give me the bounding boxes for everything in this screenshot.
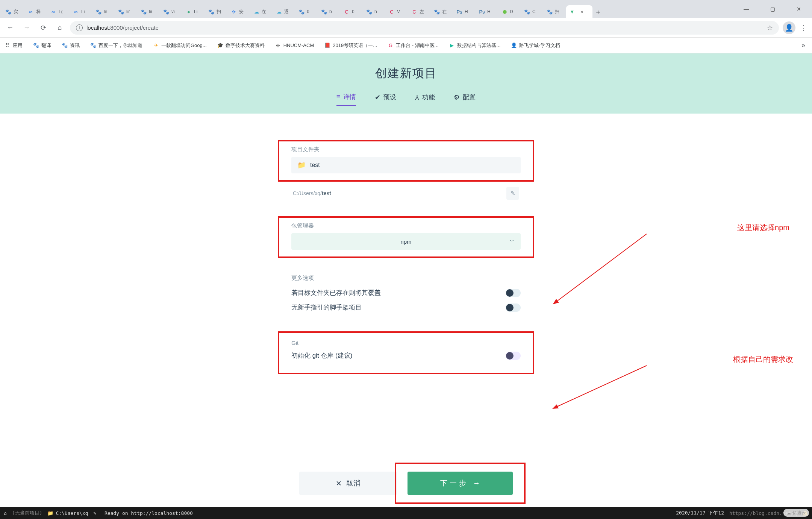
tab-favicon-icon: 🐾 — [163, 9, 169, 15]
browser-tab[interactable]: PsH — [453, 5, 476, 18]
page-content: 创建新项目 ≡详情✔预设⅄功能⚙配置 项目文件夹 📁 test C:/Users… — [0, 53, 812, 507]
browser-tab[interactable]: 🐾扫 — [544, 5, 566, 18]
tab-favicon-icon: ● — [186, 9, 192, 15]
browser-tab[interactable]: ⬢D — [498, 5, 521, 18]
bookmark-favicon-icon: 🐾 — [90, 42, 96, 49]
nav-forward-button[interactable]: → — [20, 21, 33, 34]
profile-avatar[interactable]: 👤 — [783, 21, 795, 34]
window-close-button[interactable]: ✕ — [786, 0, 812, 18]
status-cwd[interactable]: 📁 C:\Users\xq — [47, 510, 88, 516]
folder-input[interactable]: 📁 test — [291, 157, 521, 173]
browser-tab[interactable]: PsH — [476, 5, 498, 18]
bookmark-star-icon[interactable]: ☆ — [767, 24, 773, 32]
status-time: 2020/11/17 下午12 — [676, 510, 724, 516]
browser-tab[interactable]: ∞L( — [47, 5, 70, 18]
tab-title: vi — [171, 9, 175, 14]
browser-tab[interactable]: 🐾h — [363, 5, 386, 18]
pencil-icon: ✎ — [511, 190, 515, 197]
cancel-button[interactable]: ✕ 取消 — [299, 472, 397, 495]
bookmark-item[interactable]: ⠿应用 — [5, 42, 23, 49]
browser-tab[interactable]: ▼× — [566, 5, 592, 18]
browser-tab[interactable]: CV — [386, 5, 408, 18]
tab-title: H — [487, 9, 491, 14]
nav-home-button[interactable]: ⌂ — [53, 21, 66, 34]
bookmark-item[interactable]: G工作台 - 湖南中医... — [388, 42, 438, 49]
folder-icon: 📁 — [297, 161, 306, 169]
browser-tab[interactable]: 🐾b — [295, 5, 318, 18]
bookmark-favicon-icon: ⊕ — [275, 42, 281, 49]
browser-tab[interactable]: C左 — [408, 5, 431, 18]
browser-tab[interactable]: Cb — [341, 5, 363, 18]
tab-favicon-icon: C — [389, 9, 395, 15]
bookmark-item[interactable]: ⊕HNUCM-ACM — [275, 42, 314, 49]
package-manager-select[interactable]: npm ﹀ — [291, 233, 521, 250]
bookmark-item[interactable]: 👤路飞学城-学习文档 — [511, 42, 560, 49]
browser-tab[interactable]: 🐾vi — [160, 5, 183, 18]
bookmark-label: 应用 — [13, 42, 23, 49]
bookmarks-overflow-button[interactable]: » — [801, 41, 807, 49]
url-input[interactable]: i localhost:8000/project/create ☆ — [70, 21, 779, 35]
option-bare-toggle[interactable] — [506, 304, 521, 312]
tab-favicon-icon: 🐾 — [321, 9, 327, 15]
tab-title: L( — [59, 9, 63, 14]
browser-tab[interactable]: ☁逐 — [273, 5, 295, 18]
bookmark-item[interactable]: 🐾资讯 — [62, 42, 80, 49]
next-button[interactable]: 下一步 → — [408, 472, 513, 495]
bookmark-item[interactable]: ▶数据结构与算法基... — [449, 42, 500, 49]
bookmark-item[interactable]: 🐾翻译 — [33, 42, 51, 49]
browser-tab[interactable]: 🐾lir — [138, 5, 160, 18]
browser-tab[interactable]: 🐾lir — [115, 5, 138, 18]
tab-title: 安 — [239, 9, 244, 15]
bookmark-item[interactable]: 🎓数字技术大赛资料 — [217, 42, 265, 49]
browser-tab[interactable]: 🐾b — [318, 5, 341, 18]
wizard-tab-label: 预设 — [383, 93, 396, 102]
browser-tab[interactable]: ∞释 — [25, 5, 47, 18]
bookmark-item[interactable]: ✈一款翻墙访问Goog... — [153, 42, 207, 49]
window-maximize-button[interactable]: ▢ — [759, 0, 786, 18]
bookmark-label: 资讯 — [70, 42, 80, 49]
window-minimize-button[interactable]: ― — [733, 0, 759, 18]
bookmark-label: HNUCM-ACM — [283, 42, 314, 48]
home-icon[interactable]: ⌂ — [4, 510, 7, 516]
browser-tab[interactable]: ●Li — [183, 5, 205, 18]
git-init-toggle[interactable] — [506, 352, 521, 360]
wizard-tab-icon: ⅄ — [415, 93, 419, 102]
bookmark-label: 2019考研英语（一... — [333, 42, 377, 49]
bookmark-item[interactable]: 📕2019考研英语（一... — [324, 42, 377, 49]
package-manager-value: npm — [400, 238, 411, 245]
chevron-down-icon: ﹀ — [509, 238, 515, 245]
edit-path-button[interactable]: ✎ — [506, 187, 519, 200]
bookmark-label: 百度一下，你就知道 — [98, 42, 142, 49]
nav-reload-button[interactable]: ⟳ — [37, 21, 50, 34]
option-overwrite-toggle[interactable] — [506, 289, 521, 297]
page-title: 创建新项目 — [0, 53, 812, 81]
wizard-tab[interactable]: ✔预设 — [375, 93, 396, 106]
tab-title: V — [397, 9, 400, 14]
browser-tab[interactable]: 🐾lir — [92, 5, 115, 18]
browser-tab[interactable]: 🐾实 — [2, 5, 25, 18]
annotation-box-package-manager: 包管理器 npm ﹀ — [278, 216, 534, 258]
nav-back-button[interactable]: ← — [4, 21, 17, 34]
bookmark-label: 翻译 — [41, 42, 51, 49]
tab-favicon-icon: 🐾 — [524, 9, 530, 15]
browser-tab[interactable]: ∞Li — [70, 5, 92, 18]
site-info-icon[interactable]: i — [76, 24, 83, 31]
browser-tab[interactable]: 🐾在 — [431, 5, 453, 18]
folder-value: test — [310, 162, 320, 168]
tab-close-icon[interactable]: × — [580, 9, 583, 15]
browser-tab[interactable]: ✈安 — [228, 5, 250, 18]
wizard-tab[interactable]: ≡详情 — [336, 93, 356, 106]
tab-title: lir — [104, 9, 107, 14]
browser-tab[interactable]: ☁在 — [250, 5, 273, 18]
bookmark-favicon-icon: ✈ — [153, 42, 159, 49]
tab-title: 实 — [14, 9, 18, 15]
browser-tab[interactable]: 🐾C — [521, 5, 544, 18]
browser-tab[interactable]: 🐾扫 — [205, 5, 228, 18]
tab-favicon-icon: ✈ — [231, 9, 237, 15]
new-tab-button[interactable]: + — [592, 7, 604, 18]
browser-menu-button[interactable]: ⋮ — [799, 24, 808, 32]
wizard-tab[interactable]: ⚙配置 — [454, 93, 476, 106]
wizard-tab[interactable]: ⅄功能 — [415, 93, 435, 106]
bookmark-item[interactable]: 🐾百度一下，你就知道 — [90, 42, 142, 49]
tab-favicon-icon: Ps — [456, 9, 462, 15]
